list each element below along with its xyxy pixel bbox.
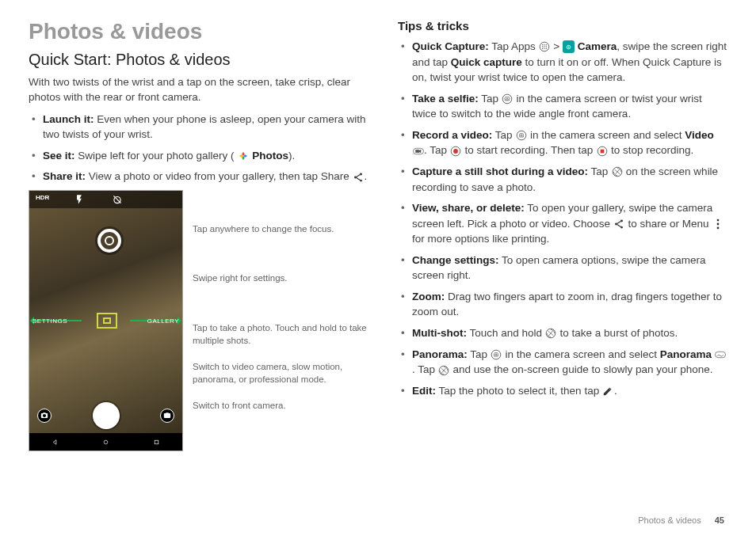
- share-icon: [352, 171, 364, 183]
- viewfinder-frame[interactable]: [97, 313, 117, 329]
- list-item: Record a video: Tap in the camera screen…: [409, 127, 727, 158]
- list-item: Panorama: Tap in the camera screen and s…: [409, 347, 727, 378]
- list-item: Change settings: To open camera options,…: [409, 253, 727, 283]
- list-item: Capture a still shot during a video: Tap…: [409, 164, 727, 195]
- svg-point-18: [502, 94, 512, 104]
- stop-icon: [596, 145, 608, 157]
- svg-point-15: [546, 48, 547, 49]
- annotation-shutter: Tap to take a photo. Touch and hold to t…: [193, 322, 369, 347]
- annotation-focus: Tap anywhere to change the focus.: [193, 223, 369, 236]
- timer-off-icon[interactable]: [112, 194, 123, 205]
- shutter-button[interactable]: [93, 402, 120, 429]
- svg-point-7: [542, 44, 543, 45]
- shutter-icon: [438, 364, 450, 376]
- section-title: Quick Start: Photos & videos: [29, 51, 369, 69]
- svg-point-36: [491, 350, 501, 359]
- mode-switch-button[interactable]: [160, 409, 174, 423]
- svg-point-25: [453, 149, 458, 154]
- tips-list: Quick Capture: Tap Apps > Camera, swipe …: [398, 39, 727, 398]
- svg-rect-23: [415, 150, 419, 153]
- focus-ring[interactable]: [97, 229, 121, 253]
- svg-point-12: [546, 47, 547, 48]
- svg-point-33: [716, 223, 719, 226]
- svg-point-17: [568, 47, 570, 48]
- panorama-icon: [715, 349, 727, 361]
- share-icon: [613, 219, 625, 230]
- svg-point-9: [546, 44, 547, 45]
- mode-icon: [491, 349, 502, 361]
- svg-point-34: [716, 227, 719, 230]
- page-footer: Photos & videos 45: [638, 515, 724, 525]
- svg-point-11: [544, 47, 544, 48]
- intro-text: With two twists of the wrist and a tap o…: [29, 75, 369, 105]
- flash-icon[interactable]: [74, 194, 85, 205]
- list-item: Zoom: Drag two fingers apart to zoom in,…: [409, 289, 727, 320]
- camera-app-icon: [563, 41, 575, 53]
- svg-rect-38: [716, 352, 726, 357]
- footer-label: Photos & videos: [638, 515, 701, 525]
- annotation-settings: Swipe right for settings.: [193, 272, 369, 285]
- svg-point-37: [495, 354, 497, 355]
- edit-icon: [602, 386, 614, 397]
- mode-icon: [515, 130, 527, 142]
- tips-title: Tips & tricks: [398, 19, 727, 32]
- list-item: Share it: View a photo or video from you…: [40, 169, 369, 184]
- shutter-icon: [545, 328, 557, 340]
- annotation-front-camera: Switch to front camera.: [193, 400, 369, 412]
- svg-point-32: [716, 219, 719, 222]
- quickstart-list: Launch it: Even when your phone is aslee…: [29, 112, 369, 184]
- nav-back-icon[interactable]: [51, 438, 59, 447]
- android-navbar: [29, 433, 182, 450]
- switch-camera-button[interactable]: [37, 409, 52, 423]
- settings-label[interactable]: SETTINGS: [32, 317, 67, 325]
- camera-topbar: HDR: [29, 191, 182, 208]
- page-number: 45: [715, 515, 724, 525]
- list-item: See it: Swipe left for your photo galler…: [40, 148, 369, 164]
- list-item: View, share, or delete: To open your gal…: [409, 200, 727, 247]
- svg-point-4: [104, 440, 108, 444]
- svg-point-8: [544, 44, 544, 45]
- svg-point-19: [506, 98, 508, 100]
- svg-rect-27: [600, 149, 604, 153]
- gallery-label[interactable]: GALLERY: [147, 317, 179, 325]
- svg-point-20: [517, 131, 526, 140]
- svg-point-13: [542, 48, 543, 49]
- nav-home-icon[interactable]: [101, 438, 110, 447]
- hdr-icon[interactable]: HDR: [36, 194, 47, 205]
- phone-screenshot: HDR SETTINGS GALLERY: [29, 190, 183, 451]
- svg-point-21: [521, 135, 522, 136]
- selfie-icon: [502, 93, 514, 105]
- annotation-column: Tap anywhere to change the focus. Swipe …: [193, 190, 369, 451]
- list-item: Edit: Tap the photo to select it, then t…: [409, 383, 727, 399]
- annotation-modes: Switch to video camera, slow motion, pan…: [193, 361, 369, 386]
- menu-icon: [712, 219, 724, 230]
- photos-icon: [237, 150, 249, 162]
- list-item: Launch it: Even when your phone is aslee…: [40, 112, 369, 143]
- apps-icon: [539, 41, 551, 53]
- list-item: Take a selfie: Tap in the camera screen …: [409, 91, 727, 122]
- shutter-icon: [611, 166, 623, 178]
- video-icon: [412, 145, 424, 157]
- page-title: Photos & videos: [29, 19, 369, 44]
- nav-recent-icon[interactable]: [152, 438, 161, 447]
- record-icon: [450, 145, 462, 157]
- svg-point-14: [544, 48, 544, 49]
- list-item: Quick Capture: Tap Apps > Camera, swipe …: [409, 39, 727, 86]
- svg-point-10: [542, 47, 543, 48]
- svg-rect-5: [155, 440, 159, 444]
- list-item: Multi-shot: Touch and hold to take a bur…: [409, 325, 727, 341]
